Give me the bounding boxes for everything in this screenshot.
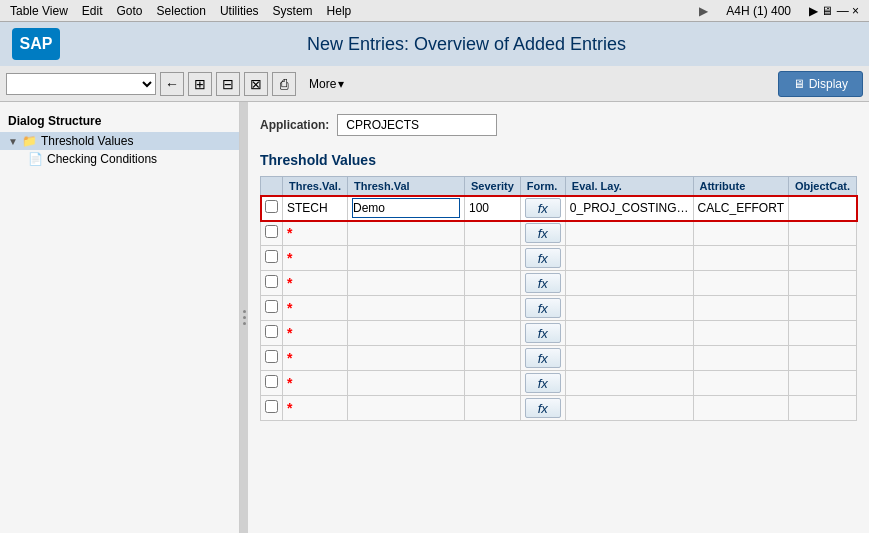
section-title: Threshold Values	[260, 152, 857, 168]
row1-severity: 100	[465, 196, 521, 221]
row1-eval-lay: 0_PROJ_COSTING…	[565, 196, 693, 221]
row7-fx-button[interactable]: fx	[525, 348, 561, 368]
col-header-checkbox	[261, 177, 283, 196]
row4-asterisk: *	[287, 275, 292, 291]
table-header-row: Thres.Val. Thresh.Val Severity Form. Eva…	[261, 177, 857, 196]
table-row: * fx	[261, 396, 857, 421]
more-button[interactable]: More ▾	[300, 72, 353, 96]
row1-thres-val: STECH	[283, 196, 348, 221]
row1-form: fx	[520, 196, 565, 221]
table-row: * fx	[261, 296, 857, 321]
menu-edit[interactable]: Edit	[76, 2, 109, 20]
col-header-form: Form.	[520, 177, 565, 196]
row7-checkbox[interactable]	[265, 350, 278, 363]
system-info: A4H (1) 400	[720, 2, 797, 20]
sidebar-item-threshold-values[interactable]: ▼ 📁 Threshold Values	[0, 132, 239, 150]
more-label: More	[309, 77, 336, 91]
table-row: * fx	[261, 371, 857, 396]
sidebar-label-threshold: Threshold Values	[41, 134, 134, 148]
toolbar-btn-print[interactable]: ⎙	[272, 72, 296, 96]
more-chevron-icon: ▾	[338, 77, 344, 91]
page-title: New Entries: Overview of Added Entries	[76, 34, 857, 55]
sidebar-label-checking: Checking Conditions	[47, 152, 157, 166]
menu-table-view[interactable]: Table View	[4, 2, 74, 20]
menu-bar-right: ▶ A4H (1) 400 ▶ 🖥 — ×	[693, 2, 865, 20]
row6-checkbox[interactable]	[265, 325, 278, 338]
row1-fx-button[interactable]: fx	[525, 198, 561, 218]
display-button[interactable]: 🖥 Display	[778, 71, 863, 97]
row4-checkbox[interactable]	[265, 275, 278, 288]
resize-dot-3	[243, 322, 246, 325]
folder-icon: 📁	[22, 134, 37, 148]
toolbar: ← ⊞ ⊟ ⊠ ⎙ More ▾ 🖥 Display	[0, 66, 869, 102]
toolbar-right: 🖥 Display	[778, 71, 863, 97]
menu-system[interactable]: System	[267, 2, 319, 20]
row9-checkbox[interactable]	[265, 400, 278, 413]
row8-fx-button[interactable]: fx	[525, 373, 561, 393]
col-header-object-cat: ObjectCat.	[788, 177, 856, 196]
row5-checkbox[interactable]	[265, 300, 278, 313]
row1-object-cat	[788, 196, 856, 221]
row5-fx-button[interactable]: fx	[525, 298, 561, 318]
row3-checkbox[interactable]	[265, 250, 278, 263]
menu-bar: Table View Edit Goto Selection Utilities…	[0, 0, 869, 22]
row2-fx-button[interactable]: fx	[525, 223, 561, 243]
resize-handle[interactable]	[240, 102, 248, 533]
col-header-attribute: Attribute	[693, 177, 788, 196]
window-controls[interactable]: ▶ 🖥 — ×	[803, 2, 865, 20]
col-header-thresh-val: Thresh.Val	[347, 177, 464, 196]
row1-eval-lay-text: 0_PROJ_COSTING…	[570, 201, 689, 215]
toolbar-btn-layout[interactable]: ⊠	[244, 72, 268, 96]
application-row: Application: CPROJECTS	[260, 114, 857, 136]
display-icon: 🖥	[793, 77, 805, 91]
row1-severity-text: 100	[469, 201, 489, 215]
row1-checkbox[interactable]	[265, 200, 278, 213]
col-header-thres-val: Thres.Val.	[283, 177, 348, 196]
table-row: * fx	[261, 246, 857, 271]
table-row: * fx	[261, 221, 857, 246]
row8-checkbox[interactable]	[265, 375, 278, 388]
menu-selection[interactable]: Selection	[151, 2, 212, 20]
row2-asterisk: *	[287, 225, 292, 241]
right-panel: Application: CPROJECTS Threshold Values …	[248, 102, 869, 533]
sidebar: Dialog Structure ▼ 📁 Threshold Values 📄 …	[0, 102, 240, 533]
application-value: CPROJECTS	[337, 114, 497, 136]
row9-fx-button[interactable]: fx	[525, 398, 561, 418]
col-header-severity: Severity	[465, 177, 521, 196]
table-row: * fx	[261, 271, 857, 296]
row1-thres-val-text: STECH	[287, 201, 328, 215]
row4-fx-button[interactable]: fx	[525, 273, 561, 293]
main-content: Dialog Structure ▼ 📁 Threshold Values 📄 …	[0, 102, 869, 533]
tree-expand-icon: ▼	[8, 136, 18, 147]
table-row: * fx	[261, 321, 857, 346]
col-header-eval-lay: Eval. Lay.	[565, 177, 693, 196]
row1-attribute: CALC_EFFORT	[693, 196, 788, 221]
table-row: * fx	[261, 346, 857, 371]
title-bar: SAP New Entries: Overview of Added Entri…	[0, 22, 869, 66]
row2-checkbox[interactable]	[265, 225, 278, 238]
menu-help[interactable]: Help	[321, 2, 358, 20]
row6-asterisk: *	[287, 325, 292, 341]
row9-asterisk: *	[287, 400, 292, 416]
row3-fx-button[interactable]: fx	[525, 248, 561, 268]
row6-fx-button[interactable]: fx	[525, 323, 561, 343]
resize-dot-2	[243, 316, 246, 319]
toolbar-btn-grid[interactable]: ⊞	[188, 72, 212, 96]
menu-utilities[interactable]: Utilities	[214, 2, 265, 20]
row1-thresh-val-input[interactable]	[352, 198, 460, 218]
folder-icon-2: 📄	[28, 152, 43, 166]
row5-asterisk: *	[287, 300, 292, 316]
row1-attribute-text: CALC_EFFORT	[698, 201, 784, 215]
row1-thresh-val[interactable]	[347, 196, 464, 221]
sap-logo: SAP	[12, 28, 60, 60]
menu-goto[interactable]: Goto	[111, 2, 149, 20]
toolbar-btn-back[interactable]: ←	[160, 72, 184, 96]
data-table: Thres.Val. Thresh.Val Severity Form. Eva…	[260, 176, 857, 421]
row7-asterisk: *	[287, 350, 292, 366]
sidebar-item-checking-conditions[interactable]: 📄 Checking Conditions	[0, 150, 239, 168]
application-label: Application:	[260, 118, 329, 132]
toolbar-dropdown[interactable]	[6, 73, 156, 95]
toolbar-btn-filter[interactable]: ⊟	[216, 72, 240, 96]
table-row-first: STECH 100 fx 0_PROJ_COSTING…	[261, 196, 857, 221]
row1-checkbox-cell	[261, 196, 283, 221]
